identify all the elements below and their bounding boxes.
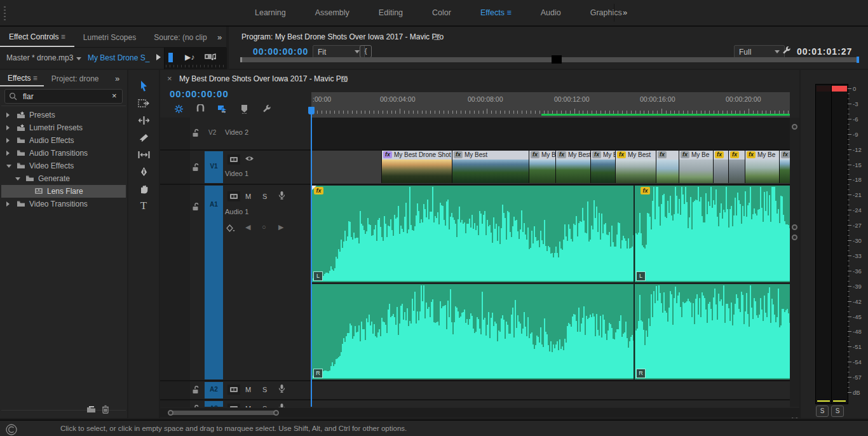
effects-search-input[interactable] bbox=[22, 90, 107, 102]
timeline-tab-close-icon[interactable]: × bbox=[167, 74, 172, 83]
fx-badge[interactable]: fx bbox=[454, 151, 463, 158]
slip-tool[interactable] bbox=[137, 147, 151, 161]
video-clip[interactable]: fx bbox=[713, 151, 728, 183]
solo-right-button[interactable]: S bbox=[831, 405, 844, 417]
scroll-handle[interactable] bbox=[792, 224, 797, 230]
play-audio-icon[interactable]: ▶♪ bbox=[185, 53, 194, 62]
master-clip-label[interactable]: Master * drone.mp3 bbox=[6, 53, 73, 62]
tree-item-audio-effects[interactable]: Audio Effects bbox=[1, 134, 126, 147]
snap-magnet-icon[interactable] bbox=[196, 104, 205, 114]
track-lock-icon[interactable] bbox=[192, 203, 199, 211]
video-clip[interactable]: fxMy Best bbox=[555, 151, 590, 183]
mini-timeline-thumb[interactable] bbox=[168, 53, 173, 62]
hand-tool[interactable] bbox=[137, 182, 151, 196]
track-select-forward-tool[interactable] bbox=[137, 96, 151, 110]
solo-button[interactable]: S bbox=[262, 405, 267, 407]
delete-bin-icon[interactable] bbox=[102, 405, 109, 414]
fx-badge[interactable]: fx bbox=[557, 151, 566, 158]
tree-disclosure-icon[interactable] bbox=[6, 165, 11, 168]
tree-disclosure-icon[interactable] bbox=[15, 177, 20, 181]
voiceover-record-mic-icon[interactable] bbox=[278, 403, 285, 407]
fx-badge[interactable]: fx bbox=[617, 151, 626, 158]
monitor-tab-lumetri-scopes[interactable]: Lumetri Scopes bbox=[74, 27, 145, 46]
monitor-tab-source-no-clip[interactable]: Source: (no clip bbox=[145, 27, 215, 46]
program-panel-title[interactable]: Program: My Best Drone Shots Over Iowa 2… bbox=[241, 32, 444, 41]
fx-badge[interactable]: fx bbox=[658, 151, 667, 158]
workspace-tab-effects[interactable]: Effects ≡ bbox=[466, 8, 526, 17]
track-lock-icon[interactable] bbox=[192, 386, 199, 394]
add-keyframe-button[interactable]: ○ bbox=[262, 223, 266, 231]
track-content[interactable] bbox=[311, 381, 790, 399]
track-target-a3[interactable]: A3 bbox=[205, 401, 223, 407]
fx-badge[interactable]: fx bbox=[681, 151, 689, 158]
previous-keyframe-button[interactable]: ◀ bbox=[245, 223, 250, 231]
linked-selection-icon[interactable] bbox=[217, 104, 228, 114]
sequence-link[interactable]: My Best Drone S_ bbox=[88, 53, 149, 62]
next-keyframe-button[interactable]: ▶ bbox=[278, 223, 283, 231]
tree-disclosure-icon[interactable] bbox=[6, 125, 10, 130]
program-panel-menu-icon[interactable]: ☰ bbox=[433, 33, 441, 41]
vertical-scrollbar[interactable] bbox=[790, 118, 799, 407]
keyframe-type-icon[interactable] bbox=[226, 224, 235, 232]
tree-disclosure-icon[interactable] bbox=[6, 112, 10, 118]
track-lock-icon[interactable] bbox=[192, 405, 199, 407]
seek-handle[interactable] bbox=[552, 55, 562, 64]
effects-tab-project-drone[interactable]: Project: drone bbox=[44, 71, 105, 86]
tree-item-video-effects[interactable]: Video Effects bbox=[1, 160, 126, 172]
razor-tool[interactable] bbox=[137, 130, 151, 144]
sync-lock-icon[interactable] bbox=[227, 154, 240, 165]
mute-button[interactable]: M bbox=[245, 193, 251, 200]
timeline-display-settings-icon[interactable] bbox=[262, 104, 271, 114]
solo-left-button[interactable]: S bbox=[816, 405, 829, 417]
program-settings-toggle[interactable]: { bbox=[360, 45, 372, 58]
fx-badge[interactable]: fx bbox=[781, 151, 790, 158]
workspace-overflow-button[interactable]: » bbox=[623, 8, 627, 17]
tree-disclosure-icon[interactable] bbox=[6, 151, 10, 156]
ripple-edit-tool[interactable] bbox=[137, 113, 151, 127]
program-zoom-select[interactable]: Fit bbox=[313, 45, 365, 58]
workspace-tab-audio[interactable]: Audio bbox=[526, 8, 576, 17]
audio-clip-channel-l[interactable]: Lfx bbox=[634, 186, 790, 282]
workspace-tab-color[interactable]: Color bbox=[417, 8, 466, 17]
audio-clip-channel-l[interactable]: Lfx bbox=[311, 186, 634, 282]
new-custom-bin-icon[interactable] bbox=[86, 405, 96, 413]
video-clip[interactable]: fxMy Best bbox=[615, 151, 656, 183]
playhead-line[interactable] bbox=[311, 107, 312, 407]
video-clip[interactable]: fxMy Be bbox=[745, 151, 779, 183]
fx-badge[interactable]: fx bbox=[747, 151, 756, 158]
track-a1-content[interactable]: LfxRLfxR bbox=[311, 185, 790, 380]
timeline-tab-title[interactable]: My Best Drone Shots Over Iowa 2017 - Mav… bbox=[179, 74, 348, 83]
track-lock-icon[interactable] bbox=[192, 129, 199, 137]
solo-button[interactable]: S bbox=[262, 386, 267, 393]
video-clip[interactable]: fxMy B bbox=[590, 151, 615, 183]
tree-disclosure-icon[interactable] bbox=[6, 201, 10, 207]
search-clear-icon[interactable]: × bbox=[112, 91, 117, 100]
sync-status-icon[interactable] bbox=[5, 423, 18, 436]
workspace-tab-editing[interactable]: Editing bbox=[364, 8, 417, 17]
mute-button[interactable]: M bbox=[245, 405, 251, 407]
track-v1-content[interactable]: fxMy Best Drone ShotfxMy BestfxMy BfxMy … bbox=[311, 151, 790, 184]
sync-lock-icon[interactable] bbox=[227, 385, 240, 395]
tree-item-audio-transitions[interactable]: Audio Transitions bbox=[1, 147, 126, 160]
clip-indicator-right[interactable] bbox=[832, 86, 847, 92]
video-clip[interactable]: fxMy Best bbox=[452, 151, 529, 183]
tree-item-lumetri-presets[interactable]: Lumetri Presets bbox=[1, 121, 126, 134]
track-lock-icon[interactable] bbox=[192, 163, 199, 172]
timeline-timecode[interactable]: 00:00:00:00 bbox=[170, 88, 229, 99]
effects-tabs-overflow-button[interactable]: » bbox=[115, 74, 119, 83]
scroll-handle[interactable] bbox=[792, 124, 797, 130]
video-clip[interactable]: fxMy Best Drone Shot bbox=[381, 151, 452, 183]
program-settings-wrench-icon[interactable] bbox=[782, 46, 791, 55]
timeline-horizontal-scrollbar[interactable] bbox=[160, 408, 799, 418]
mute-button[interactable]: M bbox=[245, 386, 251, 393]
video-clip[interactable]: fx bbox=[656, 151, 679, 183]
expand-triangle-icon[interactable] bbox=[156, 54, 161, 60]
solo-button[interactable]: S bbox=[262, 193, 267, 200]
program-timecode[interactable]: 00:00:00:00 bbox=[253, 46, 308, 57]
track-output-eye-icon[interactable] bbox=[245, 155, 254, 162]
toggle-av-icon[interactable] bbox=[204, 52, 217, 62]
fx-badge[interactable]: fx bbox=[715, 151, 724, 158]
hscroll-handle-left[interactable] bbox=[168, 410, 173, 416]
timeline-ruler[interactable]: :00:0000:00:04:0000:00:08:0000:00:12:000… bbox=[311, 92, 790, 118]
hscroll-thumb[interactable] bbox=[170, 411, 277, 415]
